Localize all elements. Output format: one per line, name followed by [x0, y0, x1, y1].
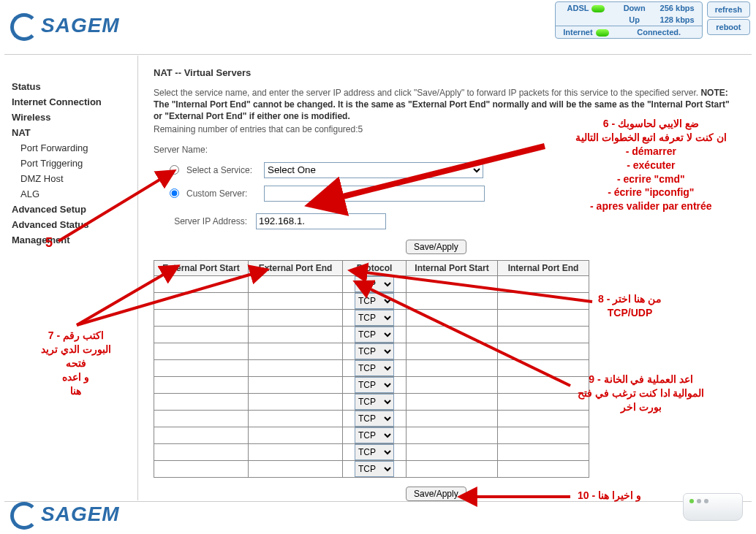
sidebar-item-advanced-status[interactable]: Advanced Status — [12, 217, 129, 232]
external-port-end-input[interactable] — [249, 411, 342, 426]
table-row: TCP — [154, 393, 589, 410]
internal-port-end-input[interactable] — [498, 310, 589, 325]
up-value: 128 kbps — [653, 14, 702, 26]
protocol-select[interactable]: TCP — [355, 343, 394, 359]
external-port-end-input[interactable] — [249, 310, 342, 325]
external-port-end-input[interactable] — [249, 361, 342, 375]
svg-line-2 — [77, 274, 165, 325]
external-port-start-input[interactable] — [154, 344, 248, 359]
protocol-select[interactable]: TCP — [355, 394, 394, 410]
table-row: TCP — [154, 326, 589, 343]
internal-port-end-input[interactable] — [498, 462, 589, 476]
protocol-select[interactable]: TCP — [355, 276, 394, 292]
external-port-start-input[interactable] — [154, 378, 248, 392]
internal-port-end-input[interactable] — [498, 294, 589, 308]
ports-table: External Port Start External Port End Pr… — [154, 260, 589, 478]
custom-server-radio[interactable] — [170, 188, 179, 198]
external-port-start-input[interactable] — [154, 327, 248, 342]
internet-led-icon — [596, 29, 609, 37]
internal-port-start-input[interactable] — [407, 310, 497, 325]
server-name-label: Server Name: — [154, 145, 731, 155]
reboot-button[interactable]: reboot — [707, 19, 750, 35]
protocol-select[interactable]: TCP — [355, 427, 394, 443]
external-port-start-input[interactable] — [154, 394, 248, 409]
internal-port-start-input[interactable] — [407, 411, 497, 426]
internal-port-start-input[interactable] — [407, 462, 497, 476]
server-ip-label: Server IP Address: — [154, 216, 247, 226]
internal-port-start-input[interactable] — [407, 394, 497, 409]
external-port-end-input[interactable] — [249, 277, 342, 291]
internal-port-start-input[interactable] — [407, 428, 497, 443]
external-port-end-input[interactable] — [249, 378, 342, 392]
select-service-radio[interactable] — [170, 165, 179, 175]
connected-status: Connected. — [616, 26, 702, 39]
sidebar-item-wireless[interactable]: Wireless — [12, 110, 129, 125]
internal-port-end-input[interactable] — [498, 361, 589, 375]
save-apply-button-top[interactable]: Save/Apply — [406, 240, 466, 254]
sidebar-item-alg[interactable]: ALG — [12, 186, 129, 202]
table-row: TCP — [154, 427, 589, 443]
server-ip-input[interactable] — [256, 213, 386, 229]
protocol-select[interactable]: TCP — [355, 444, 394, 460]
protocol-select[interactable]: TCP — [355, 327, 394, 343]
external-port-end-input[interactable] — [249, 294, 342, 308]
external-port-start-input[interactable] — [154, 462, 248, 476]
internal-port-end-input[interactable] — [498, 445, 589, 459]
external-port-start-input[interactable] — [154, 411, 248, 426]
service-select[interactable]: Select One — [264, 162, 483, 178]
table-row: TCP — [154, 460, 589, 477]
save-apply-button-bottom[interactable]: Save/Apply — [406, 487, 466, 501]
status-panel: ADSL Down 256 kbps Up 128 kbps Internet … — [555, 1, 702, 39]
internal-port-end-input[interactable] — [498, 327, 589, 342]
internal-port-end-input[interactable] — [498, 394, 589, 409]
protocol-select[interactable]: TCP — [355, 360, 394, 376]
refresh-button[interactable]: refresh — [707, 1, 750, 18]
external-port-start-input[interactable] — [154, 294, 248, 308]
internal-port-end-input[interactable] — [498, 378, 589, 392]
col-protocol: Protocol — [343, 260, 407, 275]
protocol-select[interactable]: TCP — [355, 377, 394, 393]
internal-port-end-input[interactable] — [498, 277, 589, 291]
sidebar-item-port-triggering[interactable]: Port Triggering — [12, 156, 129, 171]
internal-port-end-input[interactable] — [498, 428, 589, 443]
sidebar-item-dmz-host[interactable]: DMZ Host — [12, 171, 129, 186]
external-port-start-input[interactable] — [154, 445, 248, 459]
external-port-start-input[interactable] — [154, 310, 248, 325]
internal-port-start-input[interactable] — [407, 277, 497, 291]
sidebar-item-port-forwarding[interactable]: Port Forwarding — [12, 140, 129, 156]
internal-port-end-input[interactable] — [498, 344, 589, 359]
content-area: NAT -- Virtual Servers Select the servic… — [154, 67, 731, 507]
external-port-start-input[interactable] — [154, 277, 248, 291]
external-port-end-input[interactable] — [249, 445, 342, 459]
external-port-start-input[interactable] — [154, 361, 248, 375]
sidebar-item-status[interactable]: Status — [12, 79, 129, 94]
internal-port-start-input[interactable] — [407, 361, 497, 375]
external-port-end-input[interactable] — [249, 344, 342, 359]
protocol-select[interactable]: TCP — [355, 461, 394, 477]
internal-port-start-input[interactable] — [407, 445, 497, 459]
sidebar-item-advanced-setup[interactable]: Advanced Setup — [12, 202, 129, 217]
external-port-end-input[interactable] — [249, 462, 342, 476]
external-port-end-input[interactable] — [249, 428, 342, 443]
col-external-port-end: External Port End — [249, 260, 343, 275]
external-port-start-input[interactable] — [154, 428, 248, 443]
up-label: Up — [616, 14, 653, 26]
custom-server-input[interactable] — [264, 186, 485, 202]
page-title: NAT -- Virtual Servers — [154, 67, 731, 78]
protocol-select[interactable]: TCP — [355, 293, 394, 309]
external-port-end-input[interactable] — [249, 327, 342, 342]
protocol-select[interactable]: TCP — [355, 310, 394, 326]
table-row: TCP — [154, 410, 589, 427]
logo-ring-icon — [10, 13, 38, 41]
sidebar-item-management[interactable]: Management — [12, 232, 129, 248]
internal-port-start-input[interactable] — [407, 294, 497, 308]
internal-port-start-input[interactable] — [407, 327, 497, 342]
protocol-select[interactable]: TCP — [355, 411, 394, 427]
external-port-end-input[interactable] — [249, 394, 342, 409]
internal-port-end-input[interactable] — [498, 411, 589, 426]
internal-port-start-input[interactable] — [407, 378, 497, 392]
table-row: TCP — [154, 275, 589, 292]
sidebar-item-internet[interactable]: Internet Connection — [12, 94, 129, 110]
internal-port-start-input[interactable] — [407, 344, 497, 359]
sidebar-item-nat[interactable]: NAT — [12, 125, 129, 140]
